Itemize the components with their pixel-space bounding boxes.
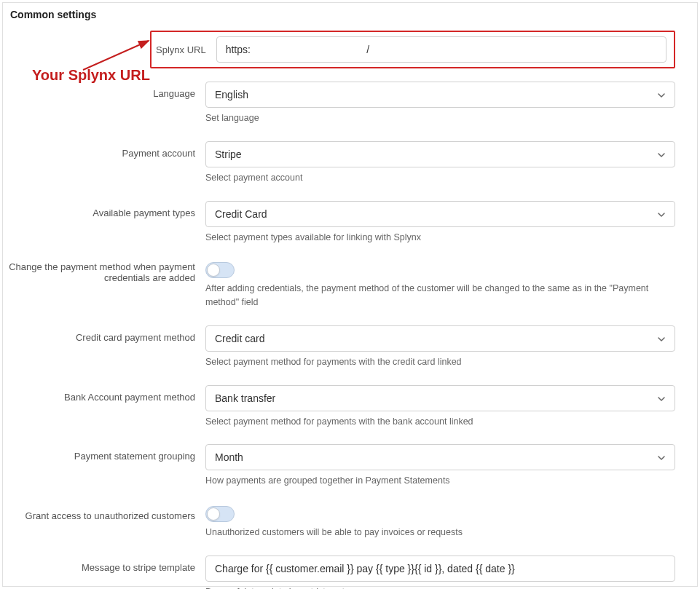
statement-grouping-value: Month	[215, 451, 243, 463]
bank-payment-select[interactable]: Bank transfer	[205, 385, 675, 411]
chevron-down-icon	[657, 210, 666, 218]
payment-types-select[interactable]: Credit Card	[205, 201, 675, 227]
chevron-down-icon	[657, 394, 666, 403]
statement-grouping-select[interactable]: Month	[205, 444, 675, 470]
change-payment-row: Change the payment method when payment c…	[3, 260, 697, 309]
language-value: English	[215, 89, 248, 100]
splynx-url-label: Splynx URL	[156, 44, 216, 55]
change-payment-label: Change the payment method when payment c…	[3, 260, 205, 283]
toggle-knob	[207, 264, 220, 277]
toggle-knob	[207, 507, 220, 521]
statement-grouping-row: Payment statement grouping Month How pay…	[3, 444, 697, 488]
stripe-template-label: Message to stripe template	[3, 556, 205, 573]
chevron-down-icon	[657, 150, 666, 159]
chevron-down-icon	[657, 334, 666, 343]
cc-payment-label: Credit card payment method	[3, 325, 205, 343]
language-help: Set language	[205, 111, 675, 125]
splynx-url-row: Splynx URL	[3, 31, 697, 68]
grant-access-toggle[interactable]	[205, 506, 235, 522]
payment-account-row: Payment account Stripe Select payment ac…	[3, 141, 697, 185]
cc-payment-select[interactable]: Credit card	[205, 325, 675, 352]
payment-account-value: Stripe	[215, 149, 242, 160]
payment-account-help: Select payment account	[205, 171, 675, 185]
payment-types-label: Available payment types	[3, 201, 205, 218]
stripe-template-help: Be careful, template has strict syntax	[205, 585, 675, 589]
cc-payment-help: Select payment method for payments with …	[205, 355, 675, 369]
panel-title: Common settings	[3, 3, 697, 28]
payment-types-value: Credit Card	[215, 208, 267, 220]
stripe-template-input[interactable]	[205, 556, 675, 582]
payment-types-row: Available payment types Credit Card Sele…	[3, 201, 697, 245]
stripe-template-row: Message to stripe template Be careful, t…	[3, 556, 697, 589]
grant-access-label: Grant access to unauthorized customers	[3, 504, 205, 521]
splynx-url-highlight: Splynx URL	[150, 31, 675, 68]
splynx-url-input[interactable]	[216, 36, 666, 63]
language-select[interactable]: English	[205, 82, 675, 108]
payment-types-help: Select payment types available for linki…	[205, 231, 675, 245]
change-payment-help: After adding credentials, the payment me…	[205, 282, 675, 309]
chevron-down-icon	[657, 453, 666, 462]
payment-account-label: Payment account	[3, 141, 205, 159]
grant-access-help: Unauthorized customers will be able to p…	[205, 526, 675, 539]
change-payment-toggle[interactable]	[205, 262, 235, 278]
chevron-down-icon	[657, 90, 666, 99]
grant-access-row: Grant access to unauthorized customers U…	[3, 504, 697, 539]
bank-payment-help: Select payment method for payments with …	[205, 415, 675, 429]
statement-grouping-label: Payment statement grouping	[3, 444, 205, 462]
cc-payment-row: Credit card payment method Credit card S…	[3, 325, 697, 369]
settings-panel: Common settings Your Splynx URL Splynx U…	[2, 2, 698, 587]
bank-payment-label: Bank Account payment method	[3, 385, 205, 403]
cc-payment-value: Credit card	[215, 333, 264, 344]
annotation-text: Your Splynx URL	[32, 67, 150, 84]
bank-payment-row: Bank Account payment method Bank transfe…	[3, 385, 697, 429]
statement-grouping-help: How payments are grouped together in Pay…	[205, 474, 675, 488]
payment-account-select[interactable]: Stripe	[205, 141, 675, 167]
language-label: Language	[3, 82, 205, 99]
language-row: Language English Set language	[3, 82, 697, 125]
bank-payment-value: Bank transfer	[215, 392, 275, 404]
form-container: Splynx URL Language English Set language	[3, 28, 697, 589]
